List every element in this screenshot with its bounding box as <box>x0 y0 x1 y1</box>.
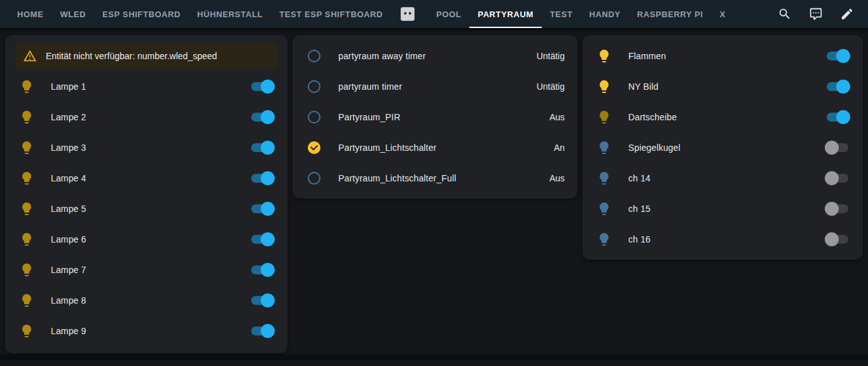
light-row[interactable]: NY Bild <box>582 71 863 102</box>
nav-tab[interactable]: RASPBERRY PI <box>629 0 712 28</box>
nav-tab[interactable] <box>391 0 428 28</box>
nav-tab[interactable]: X <box>712 0 734 28</box>
toggle-switch[interactable] <box>825 232 850 247</box>
sensor-row[interactable]: partyraum timer Untätig <box>293 71 577 102</box>
toggle-switch[interactable] <box>249 262 275 278</box>
light-row[interactable]: Lampe 4 <box>5 163 287 194</box>
nav-tab[interactable]: TEST ESP SHIFTBOARD <box>271 0 391 28</box>
entity-name: Dartscheibe <box>628 112 677 122</box>
toggle-switch[interactable] <box>249 232 275 247</box>
toggle-thumb[interactable] <box>825 232 839 246</box>
toggle-switch[interactable] <box>249 171 275 186</box>
nav-tab-label: RASPBERRY PI <box>637 10 703 19</box>
toggle-switch[interactable] <box>825 48 850 64</box>
toggle-switch[interactable] <box>825 201 850 216</box>
lightbulb-icon <box>19 79 34 94</box>
light-row[interactable]: Lampe 3 <box>5 132 287 163</box>
entity-name: Lampe 1 <box>51 81 86 92</box>
toggle-switch[interactable] <box>249 79 275 94</box>
nav-tab[interactable]: HANDY <box>581 0 628 28</box>
toggle-thumb[interactable] <box>836 80 850 94</box>
lightbulb-icon <box>19 232 34 247</box>
sensor-row[interactable]: Partyraum_PIR Aus <box>293 102 577 132</box>
toggle-thumb[interactable] <box>261 80 275 94</box>
search-icon[interactable] <box>778 7 792 21</box>
toggle-thumb[interactable] <box>261 202 275 216</box>
toggle-switch[interactable] <box>249 109 275 125</box>
nav-tab[interactable]: TEST <box>542 0 581 28</box>
toggle-switch[interactable] <box>825 140 850 155</box>
warning-text: Entität nicht verfügbar: number.wled_spe… <box>46 51 217 61</box>
nav-tab-label: ESP SHIFTBOARD <box>102 10 181 19</box>
light-row[interactable]: Lampe 5 <box>5 194 287 224</box>
lightbulb-icon <box>596 79 612 94</box>
sensor-row[interactable]: Partyraum_Lichtschalter An <box>293 132 577 163</box>
toggle-thumb[interactable] <box>836 49 850 63</box>
card-lights-left: Entität nicht verfügbar: number.wled_spe… <box>5 35 287 353</box>
entity-name: Lampe 5 <box>51 204 86 214</box>
light-row[interactable]: Spiegelkugel <box>582 132 863 163</box>
toggle-switch[interactable] <box>249 140 275 155</box>
light-row[interactable]: ch 15 <box>582 194 863 224</box>
light-rows: Flammen NY Bild <box>582 41 863 255</box>
nav-tab[interactable]: HOME <box>9 0 52 28</box>
toggle-thumb[interactable] <box>261 324 275 338</box>
card-sensors-middle: partyraum away timer Untätig partyraum t… <box>293 35 577 199</box>
light-row[interactable]: Lampe 1 <box>5 71 287 102</box>
toggle-thumb[interactable] <box>261 141 275 155</box>
toggle-thumb[interactable] <box>261 293 275 307</box>
light-row[interactable]: Lampe 9 <box>5 316 287 346</box>
toggle-thumb[interactable] <box>825 171 839 185</box>
sensor-row[interactable]: Partyraum_Lichtschalter_Full Aus <box>293 163 577 194</box>
toggle-switch[interactable] <box>249 201 275 216</box>
entity-name: Lampe 6 <box>51 234 86 244</box>
light-row[interactable]: ch 16 <box>582 224 863 255</box>
nav-tab[interactable]: ESP SHIFTBOARD <box>94 0 189 28</box>
nav-tab-label: WLED <box>60 10 86 19</box>
entity-state: Aus <box>549 173 565 183</box>
light-row[interactable]: Flammen <box>582 41 863 71</box>
toggle-thumb[interactable] <box>825 202 839 216</box>
entity-name: partyraum timer <box>338 81 402 92</box>
nav-tab[interactable]: POOL <box>428 0 469 28</box>
sensor-row[interactable]: partyraum away timer Untätig <box>293 41 577 71</box>
circle-outline-icon <box>307 79 322 94</box>
toggle-switch[interactable] <box>825 79 850 94</box>
nav-tab[interactable]: HÜHNERSTALL <box>189 0 271 28</box>
light-row[interactable]: Lampe 6 <box>5 224 287 255</box>
lightbulb-icon <box>19 109 34 125</box>
nav-tabs: HOME WLED ESP SHIFTBOARD HÜHNERSTALL TES… <box>9 0 734 28</box>
entity-name: Partyraum_Lichtschalter <box>338 143 436 153</box>
nav-tab[interactable]: PARTYRAUM <box>469 0 542 28</box>
header-actions <box>778 0 868 28</box>
light-row[interactable]: Lampe 7 <box>5 255 287 285</box>
light-row[interactable]: ch 14 <box>582 163 863 194</box>
nav-tab[interactable]: WLED <box>52 0 94 28</box>
toggle-thumb[interactable] <box>261 263 275 277</box>
light-row[interactable]: Lampe 2 <box>5 102 287 132</box>
window-bottom-edge <box>0 355 868 360</box>
toggle-switch[interactable] <box>249 293 275 308</box>
toggle-switch[interactable] <box>825 171 850 186</box>
entity-state: Aus <box>549 112 565 122</box>
entity-state: Untätig <box>537 51 565 61</box>
entity-name: partyraum away timer <box>338 51 426 61</box>
edit-icon[interactable] <box>840 7 854 21</box>
light-rows: Lampe 1 Lampe 2 <box>5 71 287 346</box>
toggle-thumb[interactable] <box>261 171 275 185</box>
nav-tab-label: TEST ESP SHIFTBOARD <box>279 10 383 19</box>
nav-tab-label: X <box>720 10 726 19</box>
entity-state: Untätig <box>537 81 565 92</box>
power-socket-icon <box>399 6 416 22</box>
toggle-thumb[interactable] <box>261 110 275 124</box>
light-row[interactable]: Dartscheibe <box>582 102 863 132</box>
light-row[interactable]: Lampe 8 <box>5 285 287 316</box>
toggle-switch[interactable] <box>825 109 850 125</box>
toggle-thumb[interactable] <box>825 141 839 155</box>
toggle-switch[interactable] <box>249 323 275 339</box>
toggle-thumb[interactable] <box>261 232 275 246</box>
toggle-thumb[interactable] <box>836 110 850 124</box>
lightbulb-icon <box>596 232 612 247</box>
chat-icon[interactable] <box>809 7 823 21</box>
lightbulb-icon <box>596 48 612 64</box>
